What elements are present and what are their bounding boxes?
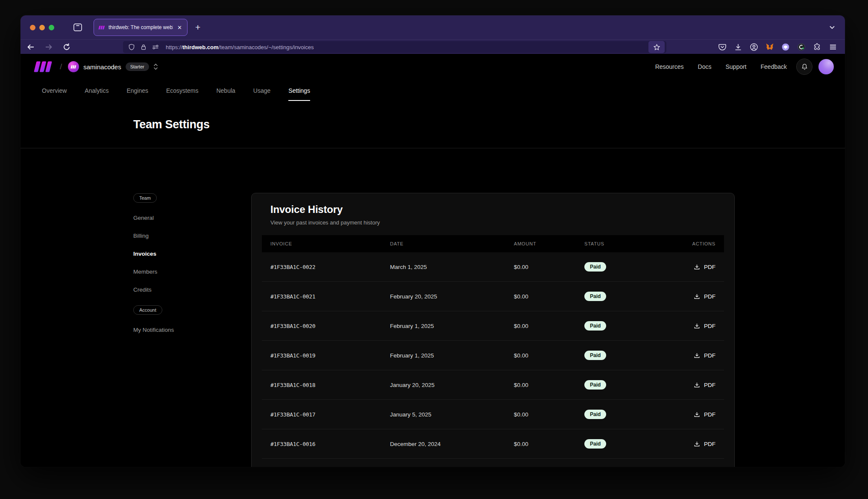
invoice-number: #1F33BA1C-0018 [270,382,390,388]
minimize-window-button[interactable] [39,25,45,30]
browser-toolbar: https://thirdweb.com/team/saminacodes/~/… [21,39,845,54]
download-icon [694,441,700,447]
metamask-icon[interactable] [765,43,774,51]
download-pdf-button[interactable]: PDF [694,323,716,329]
window-controls [30,25,54,30]
download-pdf-button[interactable]: PDF [694,264,716,270]
tab-title: thirdweb: The complete web3 d [108,24,173,30]
invoice-history-card: Invoice History View your past invoices … [251,193,735,467]
invoice-date: January 20, 2025 [390,382,514,388]
desktop: thirdweb: The complete web3 d ✕ + https:… [0,0,868,499]
dashboard-tab[interactable]: Usage [253,87,270,101]
invoice-number: #1F33BA1C-0021 [270,293,390,300]
browser-window: thirdweb: The complete web3 d ✕ + https:… [21,15,845,467]
address-bar[interactable]: https://thirdweb.com/team/saminacodes/~/… [123,41,666,53]
dashboard-tabs: Overview Analytics Engines Ecosystems Ne… [21,80,845,101]
pocket-icon[interactable] [718,43,727,51]
sidebar-item[interactable]: My Notifications [133,321,232,339]
downloads-icon[interactable] [734,43,742,51]
sidebar-item[interactable]: General [133,209,232,227]
download-icon [694,293,700,300]
download-pdf-button[interactable]: PDF [694,382,716,388]
sidebar-item[interactable]: Credits [133,281,232,298]
team-switcher-icon[interactable] [153,63,158,70]
status-badge: Paid [584,439,606,449]
invoice-row: #1F33BA1C-0022 March 1, 2025 $0.00 Paid … [262,252,724,282]
status-badge: Paid [584,351,606,360]
browser-tab[interactable]: thirdweb: The complete web3 d ✕ [94,19,188,36]
download-pdf-button[interactable]: PDF [694,293,716,300]
thirdweb-logo[interactable] [33,61,53,73]
invoice-row: #1F33BA1C-0017 January 5, 2025 $0.00 Pai… [262,400,724,429]
account-icon[interactable] [750,43,758,51]
download-pdf-button[interactable]: PDF [694,411,716,418]
invoice-row: #1F33BA1C-0016 December 20, 2024 $0.00 P… [262,429,724,459]
sidebar-item[interactable]: Invoices [133,245,232,263]
column-header: Status [584,241,689,246]
list-all-tabs-icon[interactable] [829,24,836,31]
invoice-amount: $0.00 [514,441,584,447]
invoice-date: March 1, 2025 [390,264,514,270]
invoice-row: #1F33BA1C-0020 February 1, 2025 $0.00 Pa… [262,311,724,341]
thirdweb-favicon [98,25,105,30]
phantom-icon[interactable] [781,43,790,51]
status-badge: Paid [584,321,606,331]
status-badge: Paid [584,262,606,272]
firefox-view-icon[interactable] [73,23,82,32]
wallet-extension-icon[interactable] [797,43,806,51]
status-badge: Paid [584,380,606,390]
https-lock-icon[interactable] [140,44,147,50]
dashboard-tab[interactable]: Nebula [216,87,235,101]
invoice-row: #1F33BA1C-0015 December 5, 2024 $0.00 Pa… [262,459,724,467]
reload-icon[interactable] [62,43,71,51]
zoom-window-button[interactable] [49,25,54,30]
invoice-date: February 20, 2025 [390,293,514,300]
invoice-row: #1F33BA1C-0019 February 1, 2025 $0.00 Pa… [262,341,724,370]
forward-icon[interactable] [44,43,53,51]
header-link[interactable]: Resources [655,63,684,70]
settings-sidebar: Team General Billing Invoices Members Cr… [133,193,232,339]
download-pdf-button[interactable]: PDF [694,352,716,359]
sidebar-account-badge: Account [133,305,162,315]
menu-icon[interactable] [829,43,837,51]
header-link[interactable]: Feedback [761,63,787,70]
sidebar-item[interactable]: Billing [133,227,232,245]
invoice-amount: $0.00 [514,293,584,300]
bookmark-star-button[interactable] [648,41,665,53]
download-icon [694,382,700,388]
tracking-protection-shield-icon[interactable] [128,44,135,50]
permissions-icon[interactable] [152,44,159,50]
download-icon [694,352,700,359]
invoice-date: February 1, 2025 [390,352,514,359]
invoice-history-title: Invoice History [270,204,716,216]
dashboard-tab[interactable]: Ecosystems [166,87,198,101]
notifications-button[interactable] [796,59,812,75]
invoice-number: #1F33BA1C-0019 [270,352,390,359]
back-icon[interactable] [26,43,35,51]
column-header: Date [390,241,514,246]
extensions-puzzle-icon[interactable] [813,43,821,51]
sidebar-team-items: General Billing Invoices Members Credits [133,209,232,298]
close-window-button[interactable] [30,25,35,30]
invoice-row: #1F33BA1C-0021 February 20, 2025 $0.00 P… [262,282,724,311]
team-name[interactable]: saminacodes [83,63,121,71]
dashboard-tab[interactable]: Settings [288,87,310,101]
invoice-amount: $0.00 [514,411,584,418]
download-icon [694,411,700,418]
download-pdf-button[interactable]: PDF [694,441,716,447]
dashboard-tab[interactable]: Engines [126,87,148,101]
breadcrumb-separator: / [60,62,62,71]
plan-badge: Starter [126,62,149,71]
header-link[interactable]: Support [725,63,746,70]
header-link[interactable]: Docs [698,63,712,70]
close-tab-icon[interactable]: ✕ [176,24,183,31]
sidebar-item[interactable]: Members [133,263,232,281]
user-avatar[interactable] [818,59,834,74]
url-text: https://thirdweb.com/team/saminacodes/~/… [166,44,648,50]
invoice-date: December 20, 2024 [390,441,514,447]
new-tab-button[interactable]: + [195,22,200,32]
dashboard-tab[interactable]: Overview [42,87,67,101]
invoice-number: #1F33BA1C-0017 [270,411,390,418]
dashboard-tab[interactable]: Analytics [85,87,108,101]
invoice-card-header: Invoice History View your past invoices … [252,193,734,226]
